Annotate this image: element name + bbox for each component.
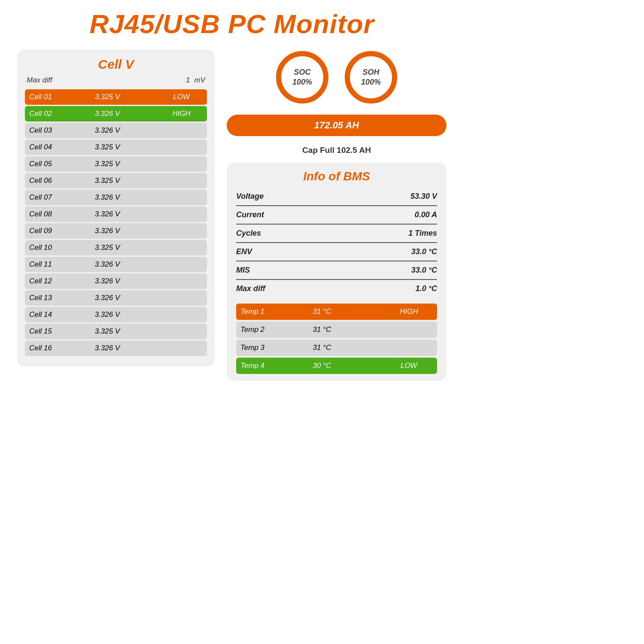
cell-status	[156, 140, 207, 155]
bms-info-row: Max diff 1.0 °C	[236, 280, 437, 298]
bms-row-value: 1.0 °C	[416, 284, 437, 293]
cell-row: Cell 03 3.326 V	[25, 123, 207, 138]
cell-row: Cell 02 3.326 V HIGH	[25, 106, 207, 122]
temp-row: Temp 2 31 °C	[236, 322, 437, 338]
cell-status	[156, 307, 207, 322]
bms-panel: Info of BMS Voltage 53.30 V Current 0.00…	[227, 163, 447, 381]
bms-title: Info of BMS	[236, 170, 437, 183]
cell-row: Cell 12 3.326 V	[25, 273, 207, 289]
cell-status	[156, 290, 207, 306]
cell-voltage: 3.325 V	[91, 240, 156, 255]
temp-value: 31 °C	[308, 304, 380, 320]
temp-value: 31 °C	[308, 322, 380, 338]
cell-name: Cell 02	[25, 106, 91, 122]
content-layout: Cell V Max diff 1 mV Cell 01 3.325 V LOW…	[17, 49, 447, 381]
cell-name: Cell 05	[25, 156, 91, 172]
bms-row-label: Voltage	[236, 192, 264, 201]
cell-voltage: 3.326 V	[91, 207, 156, 222]
cell-status	[156, 223, 207, 239]
bms-rows: Voltage 53.30 V Current 0.00 A Cycles 1 …	[236, 188, 437, 298]
temp-value: 31 °C	[308, 340, 380, 356]
cell-name: Cell 06	[25, 173, 91, 188]
bms-row-value: 53.30 V	[410, 192, 437, 201]
temp-row: Temp 1 31 °C HIGH	[236, 304, 437, 320]
cell-status	[156, 340, 207, 356]
soc-gauge: SOC 100%	[274, 49, 330, 105]
bms-row-value: 1 Times	[408, 229, 437, 238]
soh-label: SOH 100%	[361, 67, 381, 88]
cell-row: Cell 04 3.325 V	[25, 140, 207, 155]
cell-name: Cell 04	[25, 140, 91, 155]
temp-name: Temp 3	[236, 340, 308, 356]
cell-name: Cell 14	[25, 307, 91, 322]
temp-value: 30 °C	[308, 358, 380, 374]
cell-row: Cell 15 3.325 V	[25, 324, 207, 339]
bms-row-label: MIS	[236, 266, 250, 275]
temp-row: Temp 4 30 °C LOW	[236, 358, 437, 374]
cap-full: Cap Full 102.5 AH	[227, 146, 447, 155]
temp-row: Temp 3 31 °C	[236, 340, 437, 356]
cell-status	[156, 190, 207, 205]
cell-voltage: 3.326 V	[91, 340, 156, 356]
cell-row: Cell 08 3.326 V	[25, 207, 207, 222]
bms-row-label: Cycles	[236, 229, 261, 238]
cell-panel: Cell V Max diff 1 mV Cell 01 3.325 V LOW…	[17, 49, 215, 367]
cell-row: Cell 10 3.325 V	[25, 240, 207, 255]
bms-row-label: ENV	[236, 247, 252, 256]
cell-voltage: 3.325 V	[91, 173, 156, 188]
cell-row: Cell 06 3.325 V	[25, 173, 207, 188]
cell-voltage: 3.326 V	[91, 223, 156, 239]
cell-row: Cell 14 3.326 V	[25, 307, 207, 322]
cell-voltage: 3.325 V	[91, 140, 156, 155]
right-panel: SOC 100% SOH 100% 172.05 AH Cap Full 102…	[227, 49, 447, 381]
cell-status	[156, 240, 207, 255]
cell-voltage: 3.326 V	[91, 307, 156, 322]
cell-name: Cell 13	[25, 290, 91, 306]
temp-table: Temp 1 31 °C HIGH Temp 2 31 °C Temp 3 31…	[236, 302, 437, 376]
cell-row: Cell 07 3.326 V	[25, 190, 207, 205]
temp-status: LOW	[381, 358, 437, 374]
temp-name: Temp 4	[236, 358, 308, 374]
cell-status	[156, 207, 207, 222]
cell-status: LOW	[156, 89, 207, 105]
cell-name: Cell 08	[25, 207, 91, 222]
soh-gauge: SOH 100%	[343, 49, 399, 105]
soc-soh-row: SOC 100% SOH 100%	[227, 49, 447, 105]
cell-name: Cell 12	[25, 273, 91, 289]
page-title: RJ45/USB PC Monitor	[17, 9, 447, 39]
cell-panel-title: Cell V	[25, 57, 207, 72]
cell-voltage: 3.326 V	[91, 123, 156, 138]
bms-row-value: 0.00 A	[415, 210, 437, 219]
cell-status: HIGH	[156, 106, 207, 122]
cell-status	[156, 123, 207, 138]
max-diff-values: 1 mV	[186, 76, 205, 85]
cell-voltage: 3.326 V	[91, 106, 156, 122]
cell-row: Cell 13 3.326 V	[25, 290, 207, 306]
cell-voltage: 3.326 V	[91, 257, 156, 272]
cell-table: Cell 01 3.325 V LOW Cell 02 3.326 V HIGH…	[25, 88, 207, 357]
bms-info-row: Cycles 1 Times	[236, 225, 437, 243]
cell-voltage: 3.325 V	[91, 89, 156, 105]
max-diff-row: Max diff 1 mV	[25, 76, 207, 85]
cell-row: Cell 16 3.326 V	[25, 340, 207, 356]
temp-name: Temp 2	[236, 322, 308, 338]
temp-status: HIGH	[381, 304, 437, 320]
cell-voltage: 3.326 V	[91, 290, 156, 306]
cell-status	[156, 156, 207, 172]
bms-row-value: 33.0 °C	[411, 266, 437, 275]
bms-row-label: Max diff	[236, 284, 265, 293]
cell-voltage: 3.325 V	[91, 156, 156, 172]
bms-info-row: Current 0.00 A	[236, 206, 437, 225]
cell-status	[156, 173, 207, 188]
bms-info-row: ENV 33.0 °C	[236, 243, 437, 261]
cell-status	[156, 257, 207, 272]
temp-status	[381, 340, 437, 356]
cell-status	[156, 273, 207, 289]
cell-row: Cell 05 3.325 V	[25, 156, 207, 172]
cell-name: Cell 11	[25, 257, 91, 272]
cell-name: Cell 15	[25, 324, 91, 339]
bms-info-row: MIS 33.0 °C	[236, 261, 437, 280]
bms-info-row: Voltage 53.30 V	[236, 188, 437, 206]
soc-label: SOC 100%	[292, 67, 312, 88]
cell-row: Cell 11 3.326 V	[25, 257, 207, 272]
